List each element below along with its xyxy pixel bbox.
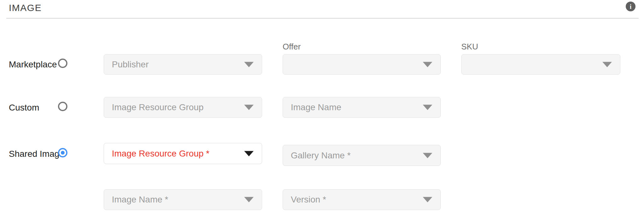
- shared-image-name-placeholder: Image Name *: [112, 195, 168, 205]
- section-divider: [6, 18, 639, 19]
- version-placeholder: Version *: [291, 195, 326, 205]
- info-icon[interactable]: i: [626, 2, 635, 11]
- shared-image-radio-label: Shared Image: [9, 149, 64, 159]
- custom-radio-label: Custom: [9, 103, 39, 112]
- marketplace-radio[interactable]: [58, 59, 67, 68]
- marketplace-radio-label: Marketplace: [9, 60, 57, 69]
- image-section-panel: IMAGE i Marketplace Publisher Offer SKU …: [0, 0, 644, 216]
- info-icon-glyph: i: [630, 3, 632, 10]
- chevron-down-icon: [244, 151, 254, 156]
- gallery-name-placeholder: Gallery Name *: [291, 151, 351, 161]
- chevron-down-icon: [423, 197, 432, 202]
- sku-label: SKU: [461, 42, 478, 51]
- publisher-dropdown[interactable]: Publisher: [104, 54, 262, 75]
- chevron-down-icon: [602, 62, 612, 67]
- sku-dropdown[interactable]: [461, 54, 620, 75]
- page-title: IMAGE: [9, 3, 42, 13]
- custom-radio[interactable]: [58, 102, 67, 111]
- gallery-name-dropdown[interactable]: Gallery Name *: [283, 145, 441, 166]
- shared-image-name-dropdown[interactable]: Image Name *: [104, 189, 262, 210]
- shared-image-resource-group-placeholder: Image Resource Group *: [112, 149, 210, 159]
- custom-image-resource-group-dropdown[interactable]: Image Resource Group: [104, 97, 262, 118]
- custom-image-resource-group-placeholder: Image Resource Group: [112, 102, 204, 112]
- chevron-down-icon: [244, 105, 254, 110]
- shared-image-resource-group-dropdown[interactable]: Image Resource Group *: [104, 143, 262, 164]
- chevron-down-icon: [244, 197, 254, 202]
- offer-label: Offer: [283, 42, 301, 51]
- chevron-down-icon: [423, 153, 432, 158]
- version-dropdown[interactable]: Version *: [283, 189, 441, 210]
- offer-dropdown[interactable]: [283, 54, 441, 75]
- custom-image-name-placeholder: Image Name: [291, 102, 341, 112]
- chevron-down-icon: [423, 105, 432, 110]
- custom-image-name-dropdown[interactable]: Image Name: [283, 97, 441, 118]
- shared-image-radio[interactable]: [58, 148, 67, 157]
- chevron-down-icon: [244, 62, 254, 67]
- chevron-down-icon: [423, 62, 432, 67]
- publisher-placeholder: Publisher: [112, 60, 149, 70]
